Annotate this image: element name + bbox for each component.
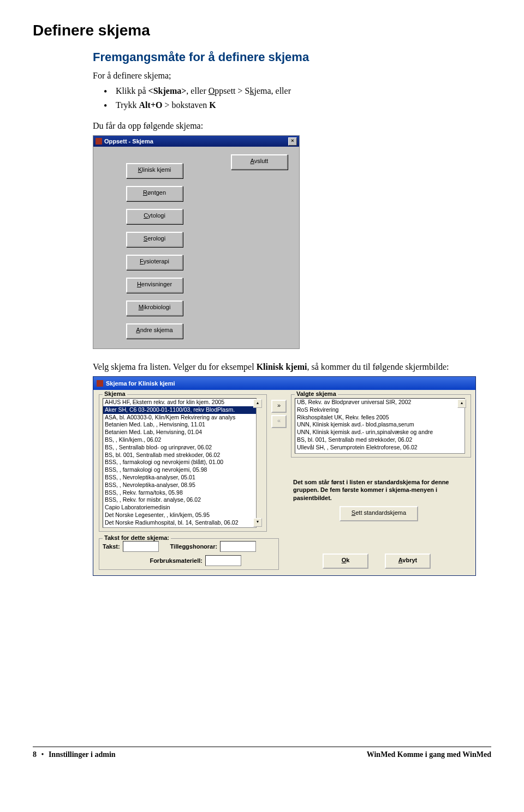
- list-item[interactable]: AHUS HF, Ekstern rekv. avd for klin kjem…: [103, 399, 256, 406]
- list-item[interactable]: BSS, , Rekv. farma/toks, 05.98: [103, 489, 256, 497]
- bullet2-bold2: K: [209, 100, 216, 110]
- list-item[interactable]: BSS, , farmakologi og nevrokjemi, 05.98: [103, 466, 256, 474]
- valgte-legend: Valgte skjema: [295, 390, 338, 397]
- list-item[interactable]: Betanien Med. Lab, Henvisning, 01.04: [103, 429, 256, 436]
- avbryt-button[interactable]: Avbryt: [385, 554, 431, 569]
- dialog1-titlebar[interactable]: Oppsett - Skjema ×: [93, 136, 299, 147]
- forbruk-input[interactable]: [205, 555, 241, 566]
- skjema-legend: Skjema: [103, 390, 127, 397]
- footer-right: WinMed Komme i gang med WinMed: [367, 750, 491, 759]
- list-item[interactable]: BSS, , Nevroleptika-analyser, 08.95: [103, 482, 256, 489]
- skjema-listbox[interactable]: AHUS HF, Ekstern rekv. avd for klin kjem…: [103, 398, 257, 528]
- scroll-down-icon[interactable]: ▾: [253, 518, 262, 527]
- skjema-fieldset: Skjema AHUS HF, Ekstern rekv. avd for kl…: [99, 394, 267, 532]
- serologi-button[interactable]: Serologi: [126, 232, 183, 247]
- bullet1-u2rest: jema: [254, 86, 271, 95]
- list-item[interactable]: RoS Rekvirering: [295, 406, 465, 414]
- bullet1-pre: Klikk på: [116, 86, 148, 95]
- bullet2-mid: > bokstaven: [162, 100, 209, 110]
- lead2-pre: Velg skjema fra listen. Velger du for ek…: [93, 362, 257, 371]
- takst-label: Takst:: [103, 543, 120, 550]
- close-icon[interactable]: ×: [288, 137, 297, 146]
- lead2-post: , så kommer du til følgende skjermbilde:: [307, 362, 449, 371]
- takst-fieldset: Takst for dette skjema: Takst: Tilleggsh…: [99, 538, 279, 570]
- dialog-oppsett-skjema: Oppsett - Skjema × Klinisk kjemi Røntgen…: [93, 135, 300, 349]
- dialog2-titlebar[interactable]: Skjema for Klinisk kjemi: [93, 377, 475, 390]
- list-item[interactable]: BSS, , farmakologi og nevrokjemi (blått)…: [103, 459, 256, 466]
- list-item[interactable]: Det Norske Radiumhospital, bl. 14, Sentr…: [103, 519, 256, 527]
- takst-input[interactable]: [123, 541, 159, 552]
- list-item[interactable]: UNN, Klinisk kjemisk avd.- blod,plasma,s…: [295, 421, 465, 429]
- dialog-skjema-klinisk-kjemi: Skjema for Klinisk kjemi Skjema AHUS HF,…: [93, 376, 476, 576]
- hint-text: Det som står først i listen er standards…: [293, 478, 465, 502]
- lead2-bold: Klinisk kjemi: [257, 362, 307, 371]
- list-item[interactable]: BS, , Sentrallab blod- og urinprøver, 06…: [103, 444, 256, 452]
- henvisninger-button[interactable]: Henvisninger: [126, 278, 183, 293]
- transfer-buttons: » «: [271, 400, 287, 532]
- bullet-1: Klikk på <Skjema>, eller Oppsett > Skjem…: [104, 84, 491, 98]
- section-subtitle: Fremgangsmåte for å definere skjema: [93, 50, 491, 64]
- avslutt-button[interactable]: Avslutt: [231, 154, 288, 170]
- bullet1-tail: , eller: [271, 86, 291, 95]
- move-left-button[interactable]: «: [271, 415, 287, 428]
- list-item[interactable]: Betanien Med. Lab, , Henvisning, 11.01: [103, 421, 256, 429]
- list-item[interactable]: Capio Laboratoriemedisin: [103, 504, 256, 512]
- ok-button[interactable]: Ok: [323, 554, 368, 569]
- lead-dialog2: Velg skjema fra listen. Velger du for ek…: [93, 362, 491, 372]
- list-item[interactable]: BS, bl. 001, Sentrallab med strekkoder, …: [295, 436, 465, 444]
- bullet1-u1: O: [209, 86, 215, 95]
- page-footer: 8 • Innstillinger i admin WinMed Komme i…: [33, 747, 491, 759]
- page-number: 8: [33, 750, 37, 759]
- bullet2-pre: Trykk: [116, 100, 139, 110]
- list-item[interactable]: Rikshospitalet UK, Rekv. felles 2005: [295, 414, 465, 422]
- scroll-up-icon[interactable]: ▴: [457, 399, 466, 408]
- list-item[interactable]: UNN, Klinisk kjemisk avd.- urin,spinalvæ…: [295, 429, 465, 436]
- list-item[interactable]: Aker SH, C6 03-2000-01-1100/03, rekv Blo…: [103, 406, 256, 414]
- list-item[interactable]: BSS, , Rekv. for misbr. analyse, 06.02: [103, 496, 256, 504]
- lead-dialog1: Du får da opp følgende skjema:: [93, 121, 491, 131]
- list-item[interactable]: BSS, , Nevroleptika-analyser, 05.01: [103, 474, 256, 482]
- cytologi-button[interactable]: Cytologi: [126, 209, 183, 224]
- klinisk-kjemi-button[interactable]: Klinisk kjemi: [126, 163, 183, 178]
- bullet1-bold: <Skjema>: [148, 86, 187, 95]
- scroll-up-icon[interactable]: ▴: [253, 399, 262, 408]
- dialog1-title: Oppsett - Skjema: [104, 138, 153, 145]
- app-icon: [97, 380, 103, 387]
- fysioterapi-button[interactable]: Fysioterapi: [126, 255, 183, 270]
- takst-legend: Takst for dette skjema:: [103, 534, 171, 541]
- list-item[interactable]: Det Norske Legesenter, , klin/kjem, 05.9…: [103, 512, 256, 519]
- list-item[interactable]: BS, , Klin/kjem., 06.02: [103, 436, 256, 444]
- tillegg-input[interactable]: [220, 541, 256, 552]
- app-icon: [96, 138, 102, 145]
- list-item[interactable]: Diakonhjemmets SH, bl. 002-2, Klin/Kjem …: [103, 527, 256, 528]
- tillegg-label: Tilleggshonorar:: [170, 543, 218, 550]
- intro-text: For å definere skjema;: [93, 71, 491, 81]
- dialog2-title: Skjema for Klinisk kjemi: [106, 380, 175, 387]
- footer-left: Innstillinger i admin: [49, 750, 116, 759]
- rontgen-button[interactable]: Røntgen: [126, 186, 183, 201]
- bullet2-bold1: Alt+O: [139, 100, 163, 110]
- list-item[interactable]: ASA, bl. A00303-0, Klin/Kjem Rekvirering…: [103, 414, 256, 422]
- valgte-listbox[interactable]: UB, Rekv. av Blodprøver universal SIR, 2…: [295, 398, 465, 454]
- set-standard-button[interactable]: Sett standardskjema: [340, 506, 418, 521]
- list-item[interactable]: BS, bl. 001, Sentrallab med strekkoder, …: [103, 452, 256, 459]
- bullet1-mid: , eller: [186, 86, 208, 95]
- forbruk-label: Forbruksmateriell:: [150, 557, 203, 564]
- mikrobiologi-button[interactable]: Mikrobiologi: [126, 300, 183, 316]
- list-item[interactable]: Ullevål SH, , Serumprotein Elektroforese…: [295, 444, 465, 452]
- move-right-button[interactable]: »: [271, 400, 287, 413]
- bullet1-u1rest: ppsett > S: [215, 86, 249, 95]
- valgte-fieldset: Valgte skjema UB, Rekv. av Blodprøver un…: [291, 394, 471, 458]
- andre-skjema-button[interactable]: Andre skjema: [126, 323, 183, 339]
- list-item[interactable]: UB, Rekv. av Blodprøver universal SIR, 2…: [295, 399, 465, 406]
- page-title: Definere skjema: [33, 22, 491, 39]
- bullet-2: Trykk Alt+O > bokstaven K: [104, 98, 491, 112]
